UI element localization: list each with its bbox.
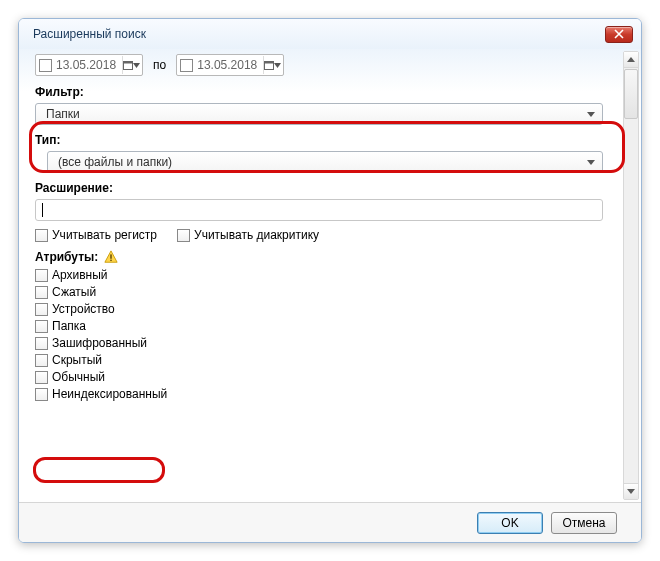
advanced-search-window: Расширенный поиск 13.05.2018 по 13.05. (18, 18, 642, 543)
ok-button[interactable]: OK (477, 512, 543, 534)
text-cursor (42, 203, 43, 217)
button-bar: OK Отмена (19, 502, 641, 542)
case-checkbox[interactable]: Учитывать регистр (35, 228, 157, 242)
extension-input[interactable] (35, 199, 603, 221)
attribute-compressed[interactable]: Сжатый (35, 285, 609, 299)
chevron-down-icon (582, 104, 600, 124)
chevron-down-icon (582, 152, 600, 172)
date-range-row: 13.05.2018 по 13.05.2018 (29, 53, 609, 77)
cancel-button[interactable]: Отмена (551, 512, 617, 534)
extension-label: Расширение: (35, 181, 609, 195)
vertical-scrollbar[interactable] (623, 51, 639, 500)
attribute-encrypted[interactable]: Зашифрованный (35, 336, 609, 350)
type-combo[interactable]: (все файлы и папки) (47, 151, 603, 173)
svg-rect-4 (111, 254, 112, 258)
scroll-down-arrow[interactable] (624, 483, 638, 499)
diacritics-checkbox[interactable]: Учитывать диакритику (177, 228, 319, 242)
date-to-checkbox[interactable] (180, 59, 193, 72)
date-to-value: 13.05.2018 (197, 58, 257, 72)
calendar-icon[interactable] (122, 56, 140, 74)
calendar-icon[interactable] (263, 56, 281, 74)
warning-icon (104, 250, 118, 264)
date-separator-label: по (149, 58, 170, 72)
attribute-normal[interactable]: Обычный (35, 370, 609, 384)
attributes-label: Атрибуты: (35, 250, 609, 264)
close-button[interactable] (605, 26, 633, 43)
attribute-not-indexed[interactable]: Неиндексированный (35, 387, 609, 401)
attribute-folder[interactable]: Папка (35, 319, 609, 333)
titlebar: Расширенный поиск (19, 19, 641, 49)
attribute-hidden[interactable]: Скрытый (35, 353, 609, 367)
attribute-archive[interactable]: Архивный (35, 268, 609, 282)
date-from-checkbox[interactable] (39, 59, 52, 72)
date-to-picker[interactable]: 13.05.2018 (176, 54, 284, 76)
svg-rect-5 (111, 260, 112, 261)
window-title: Расширенный поиск (33, 27, 605, 41)
diacritics-checkbox-label: Учитывать диакритику (194, 228, 319, 242)
type-value: (все файлы и папки) (58, 155, 582, 169)
case-checkbox-label: Учитывать регистр (52, 228, 157, 242)
date-from-value: 13.05.2018 (56, 58, 116, 72)
filter-label: Фильтр: (35, 85, 609, 99)
callout-hidden-attribute (33, 457, 165, 483)
filter-combo[interactable]: Папки (35, 103, 603, 125)
scroll-up-arrow[interactable] (624, 52, 638, 68)
attribute-device[interactable]: Устройство (35, 302, 609, 316)
filter-value: Папки (46, 107, 582, 121)
type-label: Тип: (35, 133, 609, 147)
svg-rect-1 (124, 62, 133, 64)
close-icon (614, 29, 624, 39)
date-from-picker[interactable]: 13.05.2018 (35, 54, 143, 76)
scroll-thumb[interactable] (624, 69, 638, 119)
attributes-list: Архивный Сжатый Устройство Папка Зашифро… (35, 268, 609, 401)
case-sensitivity-row: Учитывать регистр Учитывать диакритику (35, 228, 609, 242)
content-area: 13.05.2018 по 13.05.2018 Фильтр: (19, 49, 641, 502)
svg-rect-3 (265, 62, 274, 64)
